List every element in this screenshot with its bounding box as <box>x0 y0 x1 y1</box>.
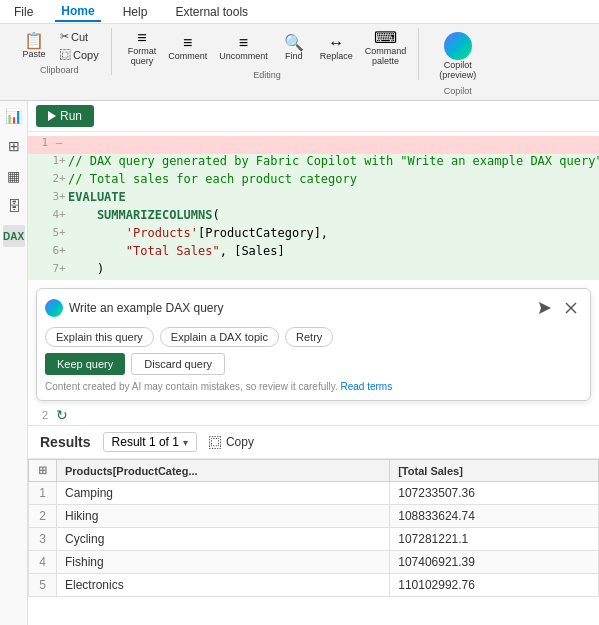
sidebar-icon-database[interactable]: 🗄 <box>3 195 25 217</box>
line-num-1: 1 <box>28 136 52 149</box>
explain-this-query-button[interactable]: Explain this query <box>45 327 154 347</box>
copilot-label: Copilot(preview) <box>439 60 476 80</box>
menu-help[interactable]: Help <box>117 3 154 21</box>
copilot-close-button[interactable] <box>560 297 582 319</box>
comment-button[interactable]: ≡ Comment <box>164 33 211 63</box>
format-query-icon: ≡ <box>137 30 146 46</box>
menu-bar: File Home Help External tools <box>0 0 599 24</box>
menu-external-tools[interactable]: External tools <box>169 3 254 21</box>
table-row: 1 Camping 107233507.36 <box>29 482 599 505</box>
run-button[interactable]: Run <box>36 105 94 127</box>
replace-label: Replace <box>320 51 353 61</box>
row-category: Fishing <box>57 551 390 574</box>
sidebar: 📊 ⊞ ▦ 🗄 DAX <box>0 101 28 625</box>
ai-disclaimer: Content created by AI may contain mistak… <box>45 381 582 392</box>
comment-icon: ≡ <box>183 35 192 51</box>
result-nav-dropdown[interactable]: Result 1 of 1 ▾ <box>103 432 197 452</box>
row-sales: 110102992.76 <box>390 574 599 597</box>
disclaimer-text: Content created by AI may contain mistak… <box>45 381 338 392</box>
copy-label: Copy <box>226 435 254 449</box>
th-total-sales: [Total Sales] <box>390 460 599 482</box>
line-num-2: 2 <box>28 409 52 421</box>
copy-icon: ⿴ <box>209 435 222 450</box>
replace-button[interactable]: ↔ Replace <box>316 33 357 63</box>
discard-query-button[interactable]: Discard query <box>131 353 225 375</box>
copy-ribbon-button[interactable]: ⿴ Copy <box>56 47 103 63</box>
code-editor[interactable]: 1 — 1+ // DAX query generated by Fabric … <box>28 132 599 284</box>
code-line-6p: 6+ "Total Sales", [Sales] <box>28 244 599 262</box>
code-line-1p: 1+ // DAX query generated by Fabric Copi… <box>28 154 599 172</box>
format-query-button[interactable]: ≡ Formatquery <box>124 28 161 68</box>
th-row-num: ⊞ <box>29 460 57 482</box>
copy-results-button[interactable]: ⿴ Copy <box>209 435 254 450</box>
code-line-1: 1 — <box>28 136 599 154</box>
run-bar: Run <box>28 101 599 132</box>
code-line-5p: 5+ 'Products'[ProductCategory], <box>28 226 599 244</box>
copilot-popup-icon <box>45 299 63 317</box>
uncomment-button[interactable]: ≡ Uncomment <box>215 33 272 63</box>
code-line-3p: 3+ EVALUATE <box>28 190 599 208</box>
sidebar-icon-chart[interactable]: 📊 <box>3 105 25 127</box>
line-plus-1: — <box>52 136 66 149</box>
copilot-main-action-buttons: Keep query Discard query <box>45 353 582 375</box>
paste-icon: 📋 <box>24 33 44 49</box>
paste-button[interactable]: 📋 Paste <box>16 31 52 61</box>
sidebar-icon-grid2[interactable]: ▦ <box>3 165 25 187</box>
line-plus-3p: 3+ <box>52 190 66 203</box>
command-palette-button[interactable]: ⌨ Commandpalette <box>361 28 411 68</box>
copy-ribbon-label: Copy <box>73 49 99 61</box>
results-title: Results <box>40 434 91 450</box>
retry-button[interactable]: Retry <box>285 327 333 347</box>
code-line-4p: 4+ SUMMARIZECOLUMNS( <box>28 208 599 226</box>
result-nav-label: Result 1 of 1 <box>112 435 179 449</box>
svg-marker-0 <box>539 302 551 314</box>
uncomment-label: Uncomment <box>219 51 268 61</box>
table-row: 2 Hiking 108833624.74 <box>29 505 599 528</box>
sidebar-icon-dax[interactable]: DAX <box>3 225 25 247</box>
copilot-send-button[interactable] <box>534 297 556 319</box>
row-category: Electronics <box>57 574 390 597</box>
row-sales: 108833624.74 <box>390 505 599 528</box>
results-table: ⊞ Products[ProductCateg... [Total Sales]… <box>28 459 599 597</box>
find-icon: 🔍 <box>284 35 304 51</box>
cut-label: Cut <box>71 31 88 43</box>
format-query-label: Formatquery <box>128 46 157 66</box>
line-content-2p: // Total sales for each product category <box>66 172 599 186</box>
row-num: 4 <box>29 551 57 574</box>
explain-dax-topic-button[interactable]: Explain a DAX topic <box>160 327 279 347</box>
find-button[interactable]: 🔍 Find <box>276 33 312 63</box>
line-plus-5p: 5+ <box>52 226 66 239</box>
ribbon-group-editing: ≡ Formatquery ≡ Comment ≡ Uncomment 🔍 Fi… <box>116 28 420 80</box>
cut-button[interactable]: ✂ Cut <box>56 28 103 45</box>
copilot-button[interactable]: Copilot(preview) <box>431 28 484 84</box>
copilot-header-icons <box>534 297 582 319</box>
table-grid-icon: ⊞ <box>38 464 47 476</box>
sidebar-icon-grid[interactable]: ⊞ <box>3 135 25 157</box>
run-label: Run <box>60 109 82 123</box>
row-sales: 107233507.36 <box>390 482 599 505</box>
paste-label: Paste <box>22 49 45 59</box>
line-plus-7p: 7+ <box>52 262 66 275</box>
read-terms-link[interactable]: Read terms <box>341 381 393 392</box>
editor-area: Run 1 — 1+ // DAX query generated by Fab… <box>28 101 599 625</box>
menu-file[interactable]: File <box>8 3 39 21</box>
refresh-icon[interactable]: ↻ <box>56 407 68 423</box>
table-header-row: ⊞ Products[ProductCateg... [Total Sales] <box>29 460 599 482</box>
line-plus-2p: 2+ <box>52 172 66 185</box>
line-content-6p: "Total Sales", [Sales] <box>66 244 599 258</box>
row-num: 1 <box>29 482 57 505</box>
copilot-group-label: Copilot <box>444 86 472 96</box>
keep-query-button[interactable]: Keep query <box>45 353 125 375</box>
line-plus-6p: 6+ <box>52 244 66 257</box>
find-label: Find <box>285 51 303 61</box>
command-palette-icon: ⌨ <box>374 30 397 46</box>
table-row: 4 Fishing 107406921.39 <box>29 551 599 574</box>
line-content-4p: SUMMARIZECOLUMNS( <box>66 208 599 222</box>
cut-icon: ✂ <box>60 30 69 43</box>
th-product-category: Products[ProductCateg... <box>57 460 390 482</box>
menu-home[interactable]: Home <box>55 2 100 22</box>
row-category: Cycling <box>57 528 390 551</box>
ribbon: 📋 Paste ✂ Cut ⿴ Copy Clipboard ≡ Formatq… <box>0 24 599 101</box>
row-category: Hiking <box>57 505 390 528</box>
table-row: 3 Cycling 107281221.1 <box>29 528 599 551</box>
